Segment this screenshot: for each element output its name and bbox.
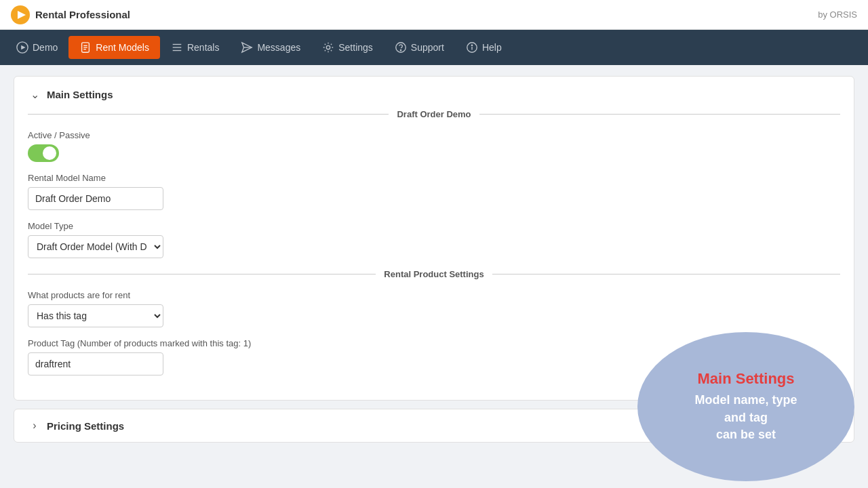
main-nav: Demo Rent Models Rentals Messages bbox=[0, 30, 868, 65]
svg-point-13 bbox=[327, 45, 330, 49]
nav-item-settings[interactable]: Settings bbox=[311, 36, 384, 59]
nav-item-rent-models[interactable]: Rent Models bbox=[68, 36, 160, 59]
rental-model-name-input[interactable] bbox=[28, 187, 163, 210]
svg-point-18 bbox=[471, 45, 472, 45]
model-type-select[interactable]: Draft Order Model (With Depc bbox=[28, 235, 163, 258]
divider-line-right-2 bbox=[492, 274, 840, 274]
model-type-group: Model Type Draft Order Model (With Depc bbox=[28, 221, 840, 258]
help-circle-icon bbox=[395, 41, 407, 54]
main-settings-title: Main Settings bbox=[47, 89, 113, 100]
nav-label-messages: Messages bbox=[257, 42, 300, 53]
active-passive-group: Active / Passive bbox=[28, 130, 840, 162]
rental-model-name-label: Rental Model Name bbox=[28, 173, 840, 183]
what-products-select[interactable]: Has this tag All products Specific produ… bbox=[28, 304, 163, 327]
chevron-down-icon: ⌄ bbox=[28, 87, 41, 101]
draft-order-divider-text: Draft Order Demo bbox=[389, 109, 479, 119]
toggle-slider bbox=[28, 144, 59, 162]
rental-model-name-group: Rental Model Name bbox=[28, 173, 840, 210]
nav-item-help[interactable]: Help bbox=[455, 36, 513, 59]
play-icon bbox=[16, 41, 28, 54]
app-title: Rental Professional bbox=[35, 9, 130, 20]
nav-label-demo: Demo bbox=[33, 42, 58, 53]
nav-item-demo[interactable]: Demo bbox=[5, 36, 68, 59]
pricing-settings-title: Pricing Settings bbox=[47, 420, 124, 432]
divider-line-left bbox=[28, 114, 389, 115]
nav-label-support: Support bbox=[411, 42, 444, 53]
tooltip-title: Main Settings bbox=[697, 370, 794, 388]
nav-label-help: Help bbox=[482, 42, 502, 53]
document-icon bbox=[79, 41, 92, 54]
product-tag-input[interactable] bbox=[28, 352, 163, 375]
nav-label-settings: Settings bbox=[338, 42, 373, 53]
nav-item-support[interactable]: Support bbox=[384, 36, 455, 59]
nav-label-rent-models: Rent Models bbox=[96, 42, 149, 53]
main-settings-header[interactable]: ⌄ Main Settings bbox=[28, 87, 840, 101]
info-icon bbox=[466, 41, 478, 54]
gear-icon bbox=[322, 41, 334, 54]
rental-product-divider-text: Rental Product Settings bbox=[376, 269, 492, 279]
svg-point-15 bbox=[400, 49, 401, 50]
model-type-label: Model Type bbox=[28, 221, 840, 231]
rental-product-divider: Rental Product Settings bbox=[28, 269, 840, 279]
nav-item-rentals[interactable]: Rentals bbox=[160, 36, 230, 59]
app-logo: Rental Professional bbox=[11, 5, 130, 24]
send-icon bbox=[241, 41, 253, 54]
what-products-group: What products are for rent Has this tag … bbox=[28, 290, 840, 327]
logo-icon bbox=[11, 5, 30, 24]
toggle-wrapper bbox=[28, 144, 840, 162]
draft-order-divider: Draft Order Demo bbox=[28, 109, 840, 119]
chevron-right-icon: › bbox=[28, 419, 41, 432]
list-icon bbox=[171, 41, 183, 54]
active-passive-label: Active / Passive bbox=[28, 130, 840, 140]
nav-label-rentals: Rentals bbox=[187, 42, 219, 53]
divider-line-left-2 bbox=[28, 274, 376, 274]
svg-marker-3 bbox=[21, 45, 25, 49]
app-by: by ORSIS bbox=[818, 9, 857, 20]
active-passive-toggle[interactable] bbox=[28, 144, 59, 162]
nav-item-messages[interactable]: Messages bbox=[230, 36, 311, 59]
top-bar: Rental Professional by ORSIS bbox=[0, 0, 868, 30]
tooltip-body: Model name, typeand tagcan be set bbox=[694, 392, 797, 443]
divider-line-right bbox=[479, 114, 840, 115]
what-products-label: What products are for rent bbox=[28, 290, 840, 300]
